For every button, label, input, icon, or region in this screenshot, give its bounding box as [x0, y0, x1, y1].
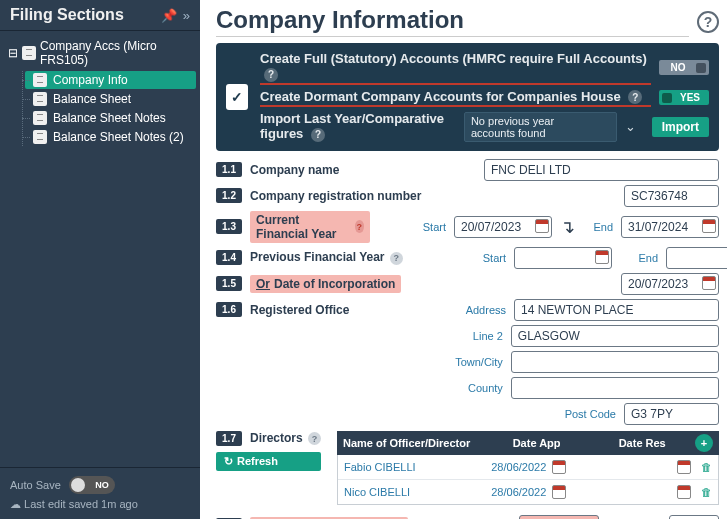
calendar-icon[interactable] — [535, 219, 549, 233]
crn-label: Company registration number — [250, 189, 430, 203]
doc-icon — [33, 73, 47, 87]
autosave-toggle[interactable]: NO — [69, 476, 115, 494]
col-name: Name of Officer/Director — [343, 437, 484, 449]
doc-icon — [33, 92, 47, 106]
help-icon[interactable]: ? — [264, 68, 278, 82]
help-icon[interactable]: ? — [311, 128, 325, 142]
calendar-icon[interactable] — [552, 460, 566, 474]
town-label: Town/City — [443, 356, 503, 368]
officers-header: Name of Officer/Director Date App Date R… — [337, 431, 719, 455]
town-input[interactable] — [511, 351, 719, 373]
tree-item-label: Balance Sheet Notes (2) — [53, 130, 184, 144]
officer-name: Nico CIBELLI — [344, 486, 491, 498]
page-title: Company Information — [216, 6, 689, 37]
end-label: End — [583, 221, 613, 233]
help-icon[interactable]: ? — [697, 11, 719, 33]
calendar-icon[interactable] — [677, 460, 691, 474]
start-label: Start — [446, 252, 506, 264]
autosave-label: Auto Save — [10, 479, 61, 491]
full-accounts-label: Create Full (Statutory) Accounts (HMRC r… — [260, 51, 651, 85]
field-number: 1.3 — [216, 219, 242, 234]
tree-item-bs-notes-2[interactable]: Balance Sheet Notes (2) — [25, 128, 196, 146]
county-label: County — [443, 382, 503, 394]
doc-icon — [33, 111, 47, 125]
chevron-down-icon: ⌄ — [625, 119, 636, 134]
last-edit-label: ☁ Last edit saved 1m ago — [10, 498, 190, 511]
doc-icon — [33, 130, 47, 144]
pin-icon[interactable]: 📌 — [161, 8, 177, 23]
help-icon[interactable]: ? — [308, 432, 321, 445]
calendar-icon[interactable] — [702, 276, 716, 290]
field-number: 1.7 — [216, 431, 242, 446]
tree-item-label: Company Info — [53, 73, 128, 87]
pfy-label: Previous Financial Year ? — [250, 250, 430, 265]
options-callout: Create Full (Statutory) Accounts (HMRC r… — [216, 43, 719, 151]
dormant-accounts-toggle[interactable]: YES — [659, 90, 709, 105]
help-icon[interactable]: ? — [390, 252, 403, 265]
tree-item-label: Balance Sheet Notes — [53, 111, 166, 125]
tree-item-company-info[interactable]: Company Info — [25, 71, 196, 89]
line2-label: Line 2 — [443, 330, 503, 342]
delete-icon[interactable]: 🗑 — [701, 461, 712, 473]
col-date-app: Date App — [484, 437, 590, 449]
dormant-accounts-label: Create Dormant Company Accounts for Comp… — [260, 89, 651, 108]
calendar-icon[interactable] — [595, 250, 609, 264]
doc-icon — [22, 46, 36, 60]
tree-root-label: Company Accs (Micro FRS105) — [40, 39, 196, 67]
sidebar-title: Filing Sections — [10, 6, 155, 24]
officer-date-app: 28/06/2022 — [491, 461, 546, 473]
col-date-res: Date Res — [589, 437, 695, 449]
tree-root[interactable]: ⊟ Company Accs (Micro FRS105) — [8, 39, 196, 67]
reg-office-label: Registered Office — [250, 303, 430, 317]
checklist-icon — [226, 84, 248, 110]
calendar-icon[interactable] — [702, 219, 716, 233]
import-select[interactable]: No previous year accounts found — [464, 112, 617, 142]
officer-date-app: 28/06/2022 — [491, 486, 546, 498]
full-accounts-toggle[interactable]: NO — [659, 60, 709, 75]
refresh-button[interactable]: ↻ Refresh — [216, 452, 321, 471]
officer-row: Fabio CIBELLI 28/06/2022 🗑 — [338, 455, 718, 480]
company-name-input[interactable] — [484, 159, 719, 181]
help-icon[interactable]: ? — [355, 220, 364, 233]
tree-item-bs-notes[interactable]: Balance Sheet Notes — [25, 109, 196, 127]
postcode-input[interactable] — [624, 403, 719, 425]
address-label: Address — [446, 304, 506, 316]
officer-name: Fabio CIBELLI — [344, 461, 491, 473]
cfy-label: Current Financial Year ? — [250, 211, 370, 243]
field-number: 1.2 — [216, 188, 242, 203]
directors-label: Directors ? — [250, 431, 321, 446]
officer-row: Nico CIBELLI 28/06/2022 🗑 — [338, 480, 718, 504]
help-icon[interactable]: ? — [628, 90, 642, 104]
postcode-label: Post Code — [556, 408, 616, 420]
import-button[interactable]: Import — [652, 117, 709, 137]
end-label: End — [628, 252, 658, 264]
field-number: 1.5 — [216, 276, 242, 291]
calendar-icon[interactable] — [552, 485, 566, 499]
pfy-end-input[interactable] — [666, 247, 727, 269]
calendar-icon[interactable] — [677, 485, 691, 499]
start-label: Start — [386, 221, 446, 233]
tree-item-label: Balance Sheet — [53, 92, 131, 106]
expand-icon[interactable]: » — [183, 8, 190, 23]
crn-input[interactable] — [624, 185, 719, 207]
field-number: 1.4 — [216, 250, 242, 265]
delete-icon[interactable]: 🗑 — [701, 486, 712, 498]
county-input[interactable] — [511, 377, 719, 399]
company-name-label: Company name — [250, 163, 430, 177]
address-input[interactable] — [514, 299, 719, 321]
field-number: 1.6 — [216, 302, 242, 317]
arrow-down-icon: ↴ — [560, 216, 575, 238]
tree-item-balance-sheet[interactable]: Balance Sheet — [25, 90, 196, 108]
field-number: 1.1 — [216, 162, 242, 177]
last-year-input[interactable] — [669, 515, 719, 520]
this-year-input[interactable] — [519, 515, 599, 520]
import-label: Import Last Year/Comparative figures ? — [260, 111, 456, 143]
collapse-icon: ⊟ — [8, 46, 18, 60]
line2-input[interactable] — [511, 325, 719, 347]
doi-label: Or Date of Incorporation — [250, 275, 401, 293]
add-officer-button[interactable]: + — [695, 434, 713, 452]
